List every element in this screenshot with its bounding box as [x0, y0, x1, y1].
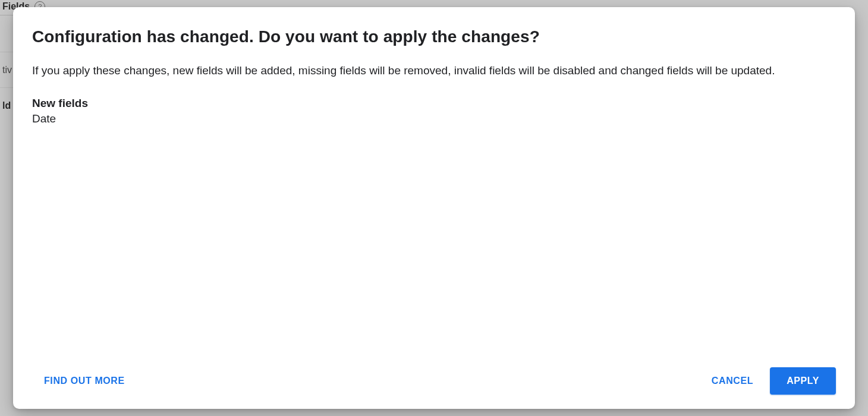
dialog-title: Configuration has changed. Do you want t…: [32, 26, 836, 47]
new-fields-heading: New fields: [32, 97, 836, 110]
cancel-button[interactable]: CANCEL: [700, 368, 765, 393]
dialog-body: If you apply these changes, new fields w…: [32, 62, 836, 363]
new-field-item: Date: [32, 112, 836, 125]
config-changed-dialog: Configuration has changed. Do you want t…: [13, 7, 855, 409]
dialog-actions: FIND OUT MORE CANCEL APPLY: [32, 363, 836, 395]
new-fields-list: Date: [32, 112, 836, 125]
find-out-more-button[interactable]: FIND OUT MORE: [32, 368, 137, 393]
dialog-description: If you apply these changes, new fields w…: [32, 62, 836, 79]
apply-button[interactable]: APPLY: [770, 367, 836, 395]
